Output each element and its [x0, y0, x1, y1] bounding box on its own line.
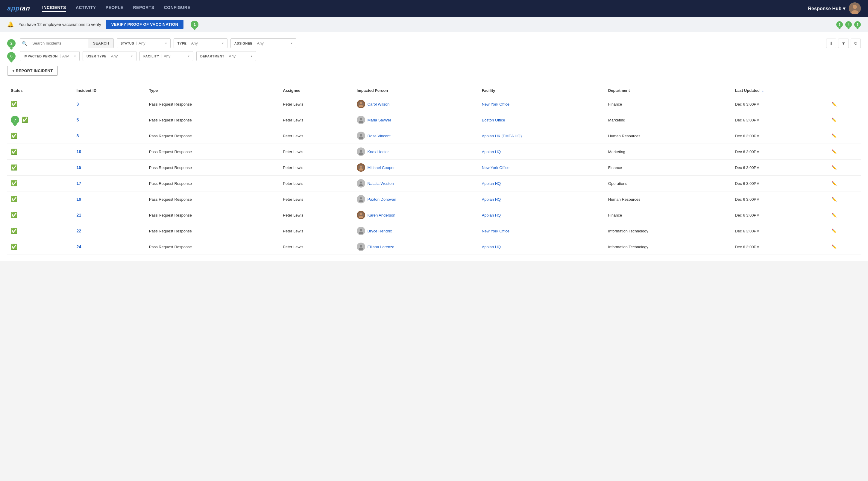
impacted-person-link[interactable]: Rose Vincent: [368, 134, 391, 138]
incident-id-link[interactable]: 21: [76, 213, 82, 218]
incident-id-link[interactable]: 10: [76, 149, 82, 154]
table-row: 7✅ 5 Pass Request Response Peter Lewis M…: [7, 112, 861, 128]
facility-link[interactable]: Appian HQ: [482, 197, 501, 202]
nav-incidents[interactable]: INCIDENTS: [42, 5, 66, 12]
impacted-person-link[interactable]: Paxton Donovan: [368, 197, 396, 202]
edit-icon[interactable]: ✏️: [832, 133, 837, 138]
incident-id-link[interactable]: 5: [76, 118, 79, 122]
facility-link[interactable]: New York Office: [482, 165, 509, 170]
cell-id: 17: [73, 175, 146, 191]
cell-edit: ✏️: [828, 191, 861, 207]
cell-type: Pass Request Response: [146, 175, 280, 191]
download-button[interactable]: ⬇: [826, 39, 836, 48]
nav-reports[interactable]: REPORTS: [133, 5, 154, 12]
edit-icon[interactable]: ✏️: [832, 213, 837, 218]
user-avatar[interactable]: [849, 2, 861, 14]
cell-facility: New York Office: [478, 160, 604, 175]
impacted-person-link[interactable]: Maria Sawyer: [368, 118, 391, 122]
cell-type: Pass Request Response: [146, 96, 280, 112]
department-filter[interactable]: DEPARTMENT Any ▾: [196, 51, 256, 61]
filter-button[interactable]: ▼: [838, 39, 849, 48]
col-status: Status: [7, 85, 73, 96]
person-avatar: [357, 243, 365, 251]
impacted-person-link[interactable]: Michael Cooper: [368, 165, 395, 170]
impacted-person-link[interactable]: Karen Anderson: [368, 213, 395, 218]
impacted-person-link[interactable]: Carol Wilson: [368, 102, 390, 106]
cell-assignee: Peter Lewis: [279, 191, 353, 207]
nav-configure[interactable]: CONFIGURE: [164, 5, 191, 12]
table-row: ✅ 10 Pass Request Response Peter Lewis K…: [7, 144, 861, 160]
incident-id-link[interactable]: 22: [76, 228, 82, 233]
search-input[interactable]: [29, 39, 89, 48]
cell-edit: ✏️: [828, 239, 861, 255]
facility-filter[interactable]: FACILITY Any ▾: [140, 51, 193, 61]
impacted-person-link[interactable]: Knox Hector: [368, 150, 389, 154]
type-filter-value: Any: [191, 41, 220, 45]
cell-impacted-person: Paxton Donovan: [353, 191, 478, 207]
nav-activity[interactable]: ACTIVITY: [76, 5, 96, 12]
impacted-person-filter[interactable]: IMPACTED PERSON Any ▾: [20, 51, 80, 61]
refresh-button[interactable]: ↻: [850, 39, 861, 48]
incident-id-link[interactable]: 8: [76, 133, 79, 138]
hub-selector[interactable]: Response Hub ▾: [808, 6, 845, 11]
type-filter[interactable]: TYPE Any ▾: [174, 38, 227, 48]
status-check-icon: ✅: [11, 228, 18, 234]
status-filter[interactable]: STATUS Any ▾: [117, 38, 170, 48]
edit-icon[interactable]: ✏️: [832, 228, 837, 233]
report-incident-button[interactable]: + REPORT INCIDENT: [7, 66, 58, 76]
cell-assignee: Peter Lewis: [279, 175, 353, 191]
cell-status: ✅: [7, 128, 73, 144]
svg-point-16: [360, 166, 362, 168]
incident-id-link[interactable]: 17: [76, 181, 82, 186]
facility-link[interactable]: Appian UK (EMEA HQ): [482, 134, 522, 138]
search-button[interactable]: SEARCH: [89, 39, 114, 48]
step-badge-2: 2: [7, 39, 16, 47]
edit-icon[interactable]: ✏️: [832, 197, 837, 202]
impacted-person-link[interactable]: Natalia Weston: [368, 181, 394, 186]
facility-link[interactable]: New York Office: [482, 102, 509, 106]
edit-icon[interactable]: ✏️: [832, 181, 837, 186]
notification-text: You have 12 employee vaccinations to ver…: [19, 22, 101, 27]
bell-icon: 🔔: [7, 21, 14, 28]
svg-point-22: [360, 197, 362, 199]
facility-link[interactable]: Appian HQ: [482, 150, 501, 154]
incident-id-link[interactable]: 3: [76, 102, 79, 106]
type-filter-label: TYPE: [178, 41, 189, 45]
edit-icon[interactable]: ✏️: [832, 245, 837, 249]
cell-last-updated: Dec 6 3:00PM: [732, 191, 828, 207]
incident-id-link[interactable]: 24: [76, 245, 82, 249]
cell-impacted-person: Michael Cooper: [353, 160, 478, 175]
filter-row-1: 2 🔍 SEARCH STATUS Any ▾ TYPE Any ▾ ASSIG…: [7, 38, 861, 48]
edit-icon[interactable]: ✏️: [832, 118, 837, 122]
cell-type: Pass Request Response: [146, 144, 280, 160]
facility-link[interactable]: Boston Office: [482, 118, 505, 122]
cell-assignee: Peter Lewis: [279, 239, 353, 255]
facility-value: Any: [164, 54, 186, 58]
cell-facility: Appian UK (EMEA HQ): [478, 128, 604, 144]
person-avatar: [357, 148, 365, 156]
edit-icon[interactable]: ✏️: [832, 149, 837, 154]
facility-link[interactable]: Appian HQ: [482, 213, 501, 218]
facility-link[interactable]: Appian HQ: [482, 245, 501, 249]
impacted-person-link[interactable]: Bryce Hendrix: [368, 229, 392, 233]
facility-link[interactable]: Appian HQ: [482, 181, 501, 186]
verify-vaccination-button[interactable]: VERIFY PROOF OF VACCINATION: [106, 20, 184, 29]
step-badge-1: 1: [191, 21, 198, 28]
cell-id: 19: [73, 191, 146, 207]
incident-id-link[interactable]: 15: [76, 165, 82, 170]
impacted-person-link[interactable]: Elliana Lorenzo: [368, 245, 395, 249]
cell-facility: Appian HQ: [478, 207, 604, 223]
edit-icon[interactable]: ✏️: [832, 165, 837, 170]
nav-people[interactable]: PEOPLE: [106, 5, 124, 12]
user-type-filter[interactable]: USER TYPE Any ▾: [83, 51, 136, 61]
cell-status: 7✅: [7, 112, 73, 128]
table-row: ✅ 15 Pass Request Response Peter Lewis M…: [7, 160, 861, 175]
facility-link[interactable]: New York Office: [482, 229, 509, 233]
cell-facility: Boston Office: [478, 112, 604, 128]
incident-id-link[interactable]: 19: [76, 197, 82, 202]
assignee-filter[interactable]: ASSIGNEE Any ▾: [230, 38, 296, 48]
edit-icon[interactable]: ✏️: [832, 102, 837, 106]
table-row: ✅ 21 Pass Request Response Peter Lewis K…: [7, 207, 861, 223]
status-filter-label: STATUS: [121, 41, 137, 45]
person-avatar: [357, 211, 365, 219]
